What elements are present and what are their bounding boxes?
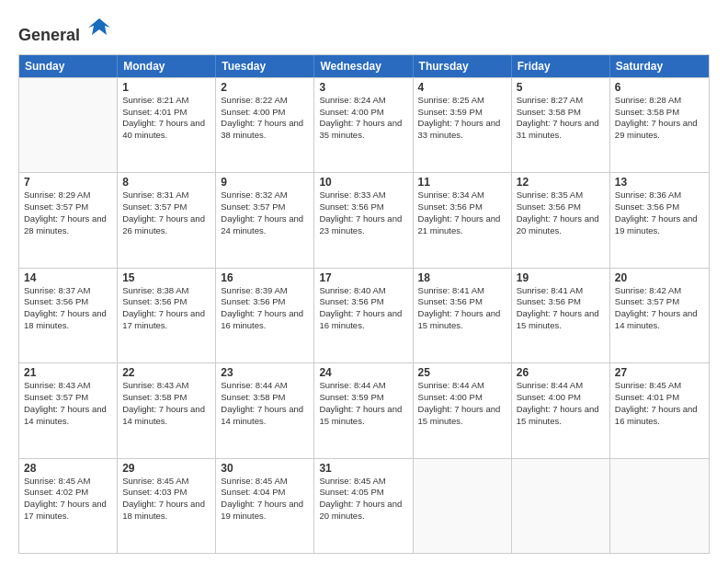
day-cell-3: 3Sunrise: 8:24 AM Sunset: 4:00 PM Daylig… (314, 78, 413, 172)
day-info: Sunrise: 8:24 AM Sunset: 4:00 PM Dayligh… (319, 95, 407, 142)
day-info: Sunrise: 8:34 AM Sunset: 3:56 PM Dayligh… (418, 190, 506, 236)
day-cell-31: 31Sunrise: 8:45 AM Sunset: 4:05 PM Dayli… (314, 459, 413, 553)
day-cell-empty (610, 459, 709, 553)
day-cell-21: 21Sunrise: 8:43 AM Sunset: 3:57 PM Dayli… (19, 363, 118, 457)
day-cell-18: 18Sunrise: 8:41 AM Sunset: 3:56 PM Dayli… (414, 269, 512, 362)
calendar-row-2: 14Sunrise: 8:37 AM Sunset: 3:56 PM Dayli… (19, 268, 709, 362)
day-number: 29 (122, 462, 210, 475)
day-info: Sunrise: 8:45 AM Sunset: 4:05 PM Dayligh… (319, 476, 407, 523)
day-cell-22: 22Sunrise: 8:43 AM Sunset: 3:58 PM Dayli… (118, 363, 216, 457)
day-info: Sunrise: 8:25 AM Sunset: 3:59 PM Dayligh… (418, 95, 506, 142)
day-number: 25 (418, 366, 506, 379)
day-info: Sunrise: 8:44 AM Sunset: 4:00 PM Dayligh… (418, 380, 506, 427)
day-cell-5: 5Sunrise: 8:27 AM Sunset: 3:58 PM Daylig… (512, 78, 610, 172)
day-info: Sunrise: 8:44 AM Sunset: 4:00 PM Dayligh… (517, 380, 605, 427)
day-info: Sunrise: 8:21 AM Sunset: 4:01 PM Dayligh… (122, 95, 210, 142)
day-cell-25: 25Sunrise: 8:44 AM Sunset: 4:00 PM Dayli… (414, 363, 512, 457)
day-number: 19 (517, 271, 605, 284)
day-info: Sunrise: 8:44 AM Sunset: 3:58 PM Dayligh… (221, 380, 309, 427)
calendar-row-3: 21Sunrise: 8:43 AM Sunset: 3:57 PM Dayli… (19, 362, 709, 457)
day-cell-16: 16Sunrise: 8:39 AM Sunset: 3:56 PM Dayli… (216, 269, 314, 362)
day-cell-6: 6Sunrise: 8:28 AM Sunset: 3:58 PM Daylig… (610, 78, 709, 172)
page: General SundayMondayTuesdayWednesdayThur… (0, 0, 728, 563)
day-cell-26: 26Sunrise: 8:44 AM Sunset: 4:00 PM Dayli… (512, 363, 610, 457)
day-number: 15 (122, 271, 210, 284)
day-cell-13: 13Sunrise: 8:36 AM Sunset: 3:56 PM Dayli… (610, 173, 709, 267)
day-number: 20 (615, 271, 704, 284)
day-number: 22 (122, 366, 210, 379)
calendar-row-4: 28Sunrise: 8:45 AM Sunset: 4:02 PM Dayli… (19, 458, 709, 553)
day-info: Sunrise: 8:45 AM Sunset: 4:03 PM Dayligh… (122, 476, 210, 523)
day-number: 6 (615, 81, 704, 94)
weekday-header-tuesday: Tuesday (216, 55, 314, 77)
day-number: 14 (24, 271, 112, 284)
day-info: Sunrise: 8:45 AM Sunset: 4:01 PM Dayligh… (615, 380, 704, 427)
day-number: 5 (517, 81, 605, 94)
day-number: 31 (319, 462, 407, 475)
calendar-body: 1Sunrise: 8:21 AM Sunset: 4:01 PM Daylig… (19, 77, 709, 553)
day-cell-24: 24Sunrise: 8:44 AM Sunset: 3:59 PM Dayli… (314, 363, 413, 457)
day-number: 28 (24, 462, 112, 475)
day-cell-27: 27Sunrise: 8:45 AM Sunset: 4:01 PM Dayli… (610, 363, 709, 457)
day-cell-10: 10Sunrise: 8:33 AM Sunset: 3:56 PM Dayli… (314, 173, 413, 267)
weekday-header-saturday: Saturday (610, 55, 709, 77)
day-number: 10 (319, 176, 407, 189)
day-info: Sunrise: 8:35 AM Sunset: 3:56 PM Dayligh… (517, 190, 605, 236)
day-info: Sunrise: 8:41 AM Sunset: 3:56 PM Dayligh… (418, 285, 506, 332)
day-cell-19: 19Sunrise: 8:41 AM Sunset: 3:56 PM Dayli… (512, 269, 610, 362)
day-number: 12 (517, 176, 605, 189)
day-number: 3 (319, 81, 407, 94)
day-info: Sunrise: 8:28 AM Sunset: 3:58 PM Dayligh… (615, 95, 704, 142)
day-cell-29: 29Sunrise: 8:45 AM Sunset: 4:03 PM Dayli… (118, 459, 216, 553)
day-info: Sunrise: 8:31 AM Sunset: 3:57 PM Dayligh… (122, 190, 210, 236)
day-number: 27 (615, 366, 704, 379)
day-cell-12: 12Sunrise: 8:35 AM Sunset: 3:56 PM Dayli… (512, 173, 610, 267)
day-number: 26 (517, 366, 605, 379)
day-cell-17: 17Sunrise: 8:40 AM Sunset: 3:56 PM Dayli… (314, 269, 413, 362)
weekday-header-friday: Friday (512, 55, 610, 77)
day-info: Sunrise: 8:32 AM Sunset: 3:57 PM Dayligh… (221, 190, 309, 236)
day-number: 8 (122, 176, 210, 189)
day-info: Sunrise: 8:36 AM Sunset: 3:56 PM Dayligh… (615, 190, 704, 236)
day-info: Sunrise: 8:45 AM Sunset: 4:02 PM Dayligh… (24, 476, 112, 523)
day-number: 2 (221, 81, 309, 94)
calendar: SundayMondayTuesdayWednesdayThursdayFrid… (18, 54, 710, 554)
calendar-row-1: 7Sunrise: 8:29 AM Sunset: 3:57 PM Daylig… (19, 172, 709, 267)
day-number: 9 (221, 176, 309, 189)
logo-bird-icon (86, 15, 112, 40)
calendar-row-0: 1Sunrise: 8:21 AM Sunset: 4:01 PM Daylig… (19, 77, 709, 172)
day-cell-23: 23Sunrise: 8:44 AM Sunset: 3:58 PM Dayli… (216, 363, 314, 457)
day-number: 23 (221, 366, 309, 379)
day-cell-1: 1Sunrise: 8:21 AM Sunset: 4:01 PM Daylig… (118, 78, 216, 172)
day-cell-empty (414, 459, 512, 553)
day-number: 30 (221, 462, 309, 475)
day-cell-11: 11Sunrise: 8:34 AM Sunset: 3:56 PM Dayli… (414, 173, 512, 267)
day-number: 4 (418, 81, 506, 94)
day-info: Sunrise: 8:43 AM Sunset: 3:58 PM Dayligh… (122, 380, 210, 427)
weekday-header-wednesday: Wednesday (314, 55, 413, 77)
day-number: 16 (221, 271, 309, 284)
day-number: 7 (24, 176, 112, 189)
weekday-header-monday: Monday (118, 55, 216, 77)
day-cell-8: 8Sunrise: 8:31 AM Sunset: 3:57 PM Daylig… (118, 173, 216, 267)
day-cell-28: 28Sunrise: 8:45 AM Sunset: 4:02 PM Dayli… (19, 459, 118, 553)
day-cell-9: 9Sunrise: 8:32 AM Sunset: 3:57 PM Daylig… (216, 173, 314, 267)
day-info: Sunrise: 8:27 AM Sunset: 3:58 PM Dayligh… (517, 95, 605, 142)
day-info: Sunrise: 8:42 AM Sunset: 3:57 PM Dayligh… (615, 285, 704, 332)
day-cell-2: 2Sunrise: 8:22 AM Sunset: 4:00 PM Daylig… (216, 78, 314, 172)
day-info: Sunrise: 8:41 AM Sunset: 3:56 PM Dayligh… (517, 285, 605, 332)
logo: General (18, 15, 112, 45)
day-cell-15: 15Sunrise: 8:38 AM Sunset: 3:56 PM Dayli… (118, 269, 216, 362)
day-number: 11 (418, 176, 506, 189)
day-info: Sunrise: 8:43 AM Sunset: 3:57 PM Dayligh… (24, 380, 112, 427)
day-info: Sunrise: 8:39 AM Sunset: 3:56 PM Dayligh… (221, 285, 309, 332)
calendar-header: SundayMondayTuesdayWednesdayThursdayFrid… (19, 55, 709, 77)
day-cell-30: 30Sunrise: 8:45 AM Sunset: 4:04 PM Dayli… (216, 459, 314, 553)
day-number: 1 (122, 81, 210, 94)
day-info: Sunrise: 8:44 AM Sunset: 3:59 PM Dayligh… (319, 380, 407, 427)
day-cell-7: 7Sunrise: 8:29 AM Sunset: 3:57 PM Daylig… (19, 173, 118, 267)
day-info: Sunrise: 8:29 AM Sunset: 3:57 PM Dayligh… (24, 190, 112, 236)
day-cell-20: 20Sunrise: 8:42 AM Sunset: 3:57 PM Dayli… (610, 269, 709, 362)
day-info: Sunrise: 8:37 AM Sunset: 3:56 PM Dayligh… (24, 285, 112, 332)
day-info: Sunrise: 8:33 AM Sunset: 3:56 PM Dayligh… (319, 190, 407, 236)
